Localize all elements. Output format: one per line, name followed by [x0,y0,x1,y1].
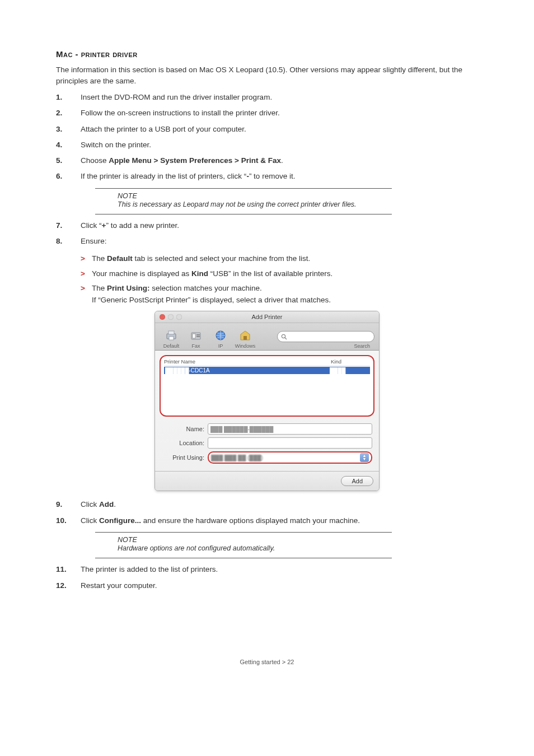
sub-text: The Default tab is selected and select y… [92,253,478,265]
sub-text: The Print Using: selection matches your … [92,283,478,306]
step-number: 5. [56,155,81,166]
steps-list-cont: 7. Click “+” to add a new printer. 8. En… [56,220,478,248]
fax-icon [189,329,203,342]
tab-label: IP [218,343,223,349]
intro-paragraph: The information in this section is based… [56,64,478,86]
step-number: 7. [56,220,81,231]
svg-rect-6 [196,336,200,337]
step-text: Click Configure... and ensure the hardwa… [81,515,478,526]
step-number: 3. [56,124,81,135]
step-number: 8. [56,236,81,247]
dialog-title: Add Printer [155,314,379,320]
svg-rect-4 [193,334,195,338]
step-3: 3. Attach the printer to a USB port of y… [56,124,478,135]
house-icon [238,329,252,342]
dialog-titlebar: Add Printer [155,311,379,323]
note-block: NOTE This is necessary as Leopard may no… [95,188,392,215]
step-number: 11. [56,564,81,575]
step-number: 1. [56,92,81,103]
step-text: Ensure: [81,236,478,247]
tab-label: Default [163,343,180,349]
step-9: 9. Click Add. [56,499,478,510]
search-input[interactable] [277,331,374,342]
printer-list-row-selected[interactable]: ██████-CDC1A ████ [164,367,370,374]
step-text: Switch on the printer. [81,139,478,151]
sub-bullet: > The Default tab is selected and select… [81,253,478,265]
step-number: 9. [56,499,81,510]
document-page: Mac - printer driver The information in … [0,0,534,699]
print-using-select-highlight[interactable]: ███ ███ ██ (███) ▲▼ [208,451,372,464]
note-label: NOTE [118,192,392,200]
page-footer: Getting started > 22 [56,659,478,665]
steps-list-cont2: 9. Click Add. 10. Click Configure... and… [56,499,478,526]
screenshot-container: Add Printer Default Fax [56,311,478,491]
note-text: Hardware options are not configured auto… [118,544,392,554]
name-input[interactable]: ███ ██████-██████ [208,423,372,435]
search-label: Search [258,343,374,349]
note-label: NOTE [118,536,392,544]
step-number: 12. [56,580,81,591]
section-heading: Mac - printer driver [56,49,478,59]
step-text: Choose Apple Menu > System Preferences >… [81,155,478,166]
step-5: 5. Choose Apple Menu > System Preference… [56,155,478,166]
list-header: Printer Name Kind [164,358,370,366]
step-8-sublist: > The Default tab is selected and select… [81,253,478,307]
step-text: Click “+” to add a new printer. [81,220,478,231]
step-text: The printer is added to the list of prin… [81,564,478,575]
step-number: 6. [56,171,81,182]
note-block: NOTE Hardware options are not configured… [95,532,392,559]
tab-windows[interactable]: Windows [233,329,257,349]
step-4: 4. Switch on the printer. [56,139,478,151]
svg-rect-1 [168,331,174,334]
steps-list-cont3: 11. The printer is added to the list of … [56,564,478,591]
step-12: 12. Restart your computer. [56,580,478,591]
step-1: 1. Insert the DVD-ROM and run the driver… [56,92,478,103]
add-button[interactable]: Add [341,476,373,486]
sub-text: Your machine is displayed as Kind “USB” … [92,268,478,280]
step-number: 2. [56,108,81,119]
chevron-icon: > [81,268,92,280]
steps-list: 1. Insert the DVD-ROM and run the driver… [56,92,478,183]
sub-bullet: > Your machine is displayed as Kind “USB… [81,268,478,280]
sub-bullet: > The Print Using: selection matches you… [81,283,478,306]
form-row-location: Location: [162,437,372,449]
step-text: Restart your computer. [81,580,478,591]
step-text: If the printer is already in the list of… [81,171,478,182]
search-icon [281,334,287,340]
note-text: This is necessary as Leopard may not be … [118,200,392,210]
dialog-footer: Add [155,471,379,491]
select-arrows-icon: ▲▼ [360,453,369,462]
add-printer-dialog: Add Printer Default Fax [154,311,380,491]
form-row-print-using: Print Using: ███ ███ ██ (███) ▲▼ [162,451,372,464]
tab-ip[interactable]: IP [209,329,232,349]
chevron-icon: > [81,283,92,306]
step-text: Insert the DVD-ROM and run the driver in… [81,92,478,103]
globe-icon [213,329,228,342]
step-text: Attach the printer to a USB port of your… [81,124,478,135]
tab-label: Windows [235,343,256,349]
form-label-name: Name: [162,426,208,432]
step-text: Follow the on-screen instructions to ins… [81,108,478,119]
step-6: 6. If the printer is already in the list… [56,171,478,182]
step-11: 11. The printer is added to the list of … [56,564,478,575]
tab-label: Fax [191,343,200,349]
step-7: 7. Click “+” to add a new printer. [56,220,478,231]
col-header-kind: Kind [331,358,370,365]
location-input[interactable] [208,437,372,449]
printer-list-highlight: Printer Name Kind ██████-CDC1A ████ [160,355,374,417]
tab-fax[interactable]: Fax [184,329,208,349]
chevron-icon: > [81,253,92,265]
svg-rect-2 [169,337,174,340]
step-text: Click Add. [81,499,478,510]
svg-line-10 [285,338,287,339]
step-10: 10. Click Configure... and ensure the ha… [56,515,478,526]
svg-point-9 [282,334,285,338]
tab-default[interactable]: Default [160,329,183,349]
step-number: 10. [56,515,81,526]
form-label-location: Location: [162,440,208,446]
form-row-name: Name: ███ ██████-██████ [162,423,372,435]
dialog-toolbar: Default Fax IP [155,323,379,351]
form-label-print-using: Print Using: [162,454,208,461]
svg-rect-5 [196,334,200,335]
form-area: Name: ███ ██████-██████ Location: Print … [155,421,379,471]
